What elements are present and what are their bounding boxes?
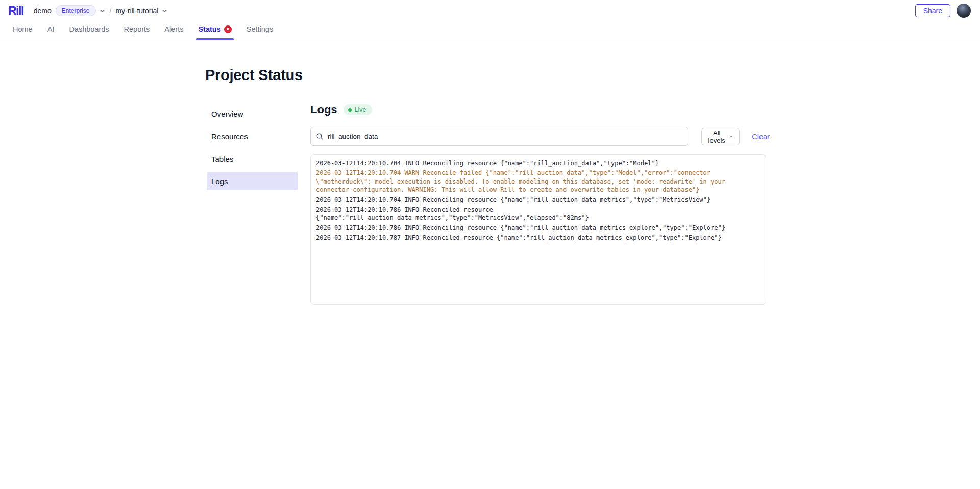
tab-dashboards[interactable]: Dashboards — [69, 25, 109, 40]
live-badge: Live — [344, 104, 372, 115]
clear-logs-link[interactable]: Clear — [752, 133, 770, 141]
project-chevron-down-icon[interactable] — [161, 8, 168, 14]
log-entry: 2026-03-12T14:20:10.704 INFO Reconciling… — [316, 159, 761, 167]
status-error-icon: ✕ — [224, 25, 232, 33]
org-chevron-down-icon[interactable] — [99, 8, 106, 14]
rill-logo[interactable]: Rill — [8, 4, 23, 18]
log-output[interactable]: 2026-03-12T14:20:10.704 INFO Reconciling… — [310, 154, 766, 305]
log-entry: 2026-03-12T14:20:10.704 INFO Reconciling… — [316, 196, 761, 204]
search-icon — [316, 133, 324, 140]
sidebar-item-resources[interactable]: Resources — [207, 127, 298, 145]
page-title: Project Status — [205, 67, 980, 84]
logs-header: Logs Live — [310, 103, 766, 116]
header-right: Share — [915, 4, 971, 18]
log-search-input[interactable] — [328, 133, 682, 140]
status-content: Overview Resources Tables Logs Logs Live… — [207, 103, 980, 305]
sidebar-item-overview[interactable]: Overview — [207, 105, 298, 123]
breadcrumb-separator: / — [110, 7, 112, 15]
breadcrumb-project[interactable]: my-rill-tutorial — [115, 7, 158, 15]
level-filter-dropdown[interactable]: All levels — [701, 128, 740, 145]
live-dot-icon — [348, 108, 352, 112]
status-sidebar: Overview Resources Tables Logs — [207, 103, 310, 305]
tab-home[interactable]: Home — [13, 25, 33, 40]
share-button[interactable]: Share — [915, 4, 950, 17]
tab-status[interactable]: Status ✕ — [198, 25, 231, 40]
breadcrumb-org[interactable]: demo — [34, 7, 52, 15]
app-header: Rill demo Enterprise / my-rill-tutorial … — [0, 0, 980, 40]
tab-status-label: Status — [198, 25, 220, 33]
tab-ai[interactable]: AI — [47, 25, 55, 40]
log-entry: 2026-03-12T14:20:10.786 INFO Reconciling… — [316, 224, 761, 232]
log-entry: 2026-03-12T14:20:10.786 INFO Reconciled … — [316, 205, 761, 222]
sidebar-item-logs[interactable]: Logs — [207, 172, 298, 190]
logs-title: Logs — [310, 103, 337, 116]
header-top-row: Rill demo Enterprise / my-rill-tutorial … — [0, 0, 980, 21]
tab-settings[interactable]: Settings — [247, 25, 273, 40]
plan-badge: Enterprise — [56, 5, 96, 16]
log-entry-warn: 2026-03-12T14:20:10.704 WARN Reconcile f… — [316, 169, 761, 194]
tab-alerts[interactable]: Alerts — [164, 25, 183, 40]
logs-panel: Logs Live All levels Clear 2026-03-12T14… — [310, 103, 766, 305]
level-filter-label: All levels — [707, 129, 726, 144]
log-entry: 2026-03-12T14:20:10.787 INFO Reconciled … — [316, 234, 761, 242]
live-badge-label: Live — [355, 106, 366, 113]
log-controls: All levels Clear — [310, 127, 766, 146]
sidebar-item-tables[interactable]: Tables — [207, 149, 298, 168]
project-nav-tabs: Home AI Dashboards Reports Alerts Status… — [0, 21, 980, 40]
breadcrumb: demo Enterprise / my-rill-tutorial — [34, 5, 168, 16]
user-avatar[interactable] — [957, 4, 971, 18]
tab-reports[interactable]: Reports — [124, 25, 150, 40]
log-search-box[interactable] — [310, 127, 688, 146]
